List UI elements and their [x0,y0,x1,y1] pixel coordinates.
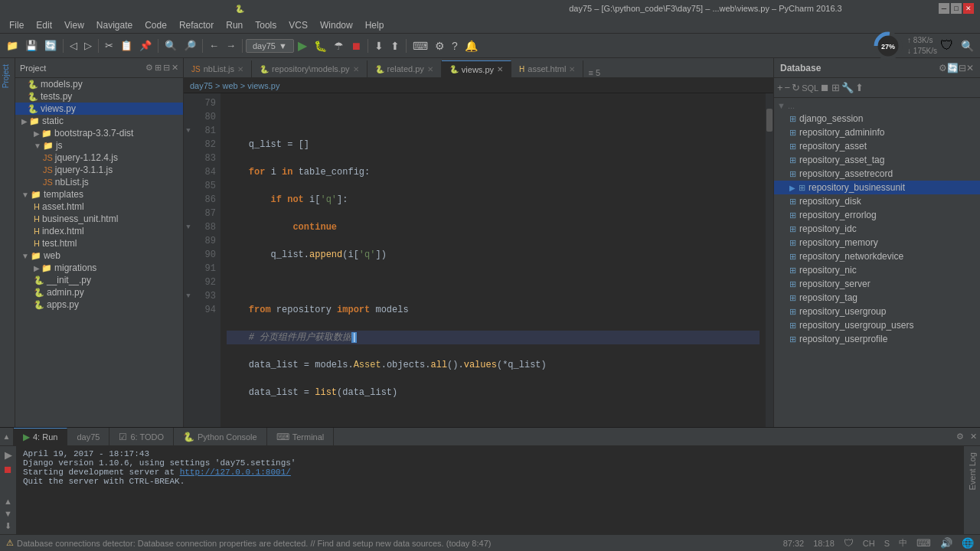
db-collapse-button[interactable]: ⊟ [959,63,966,73]
tree-item-asset-html[interactable]: H asset.html [15,201,183,213]
tree-folder-bootstrap[interactable]: ▶ 📁 bootstrap-3.3.7-dist [15,127,183,139]
db-stop-button[interactable]: ⏹ [820,82,830,93]
hide-sidebar-icon[interactable]: ✕ [172,63,178,73]
undo-button[interactable]: ◁ [67,38,80,53]
db-refresh-button[interactable]: 🔄 [947,63,959,73]
tree-item-apps[interactable]: 🐍 apps.py [15,298,183,311]
menu-help[interactable]: Help [359,18,390,32]
tree-item-admin[interactable]: 🐍 admin.py [15,286,183,298]
help-toolbar-button[interactable]: ? [449,38,461,54]
antivirus-icon[interactable]: 🛡 [940,37,954,54]
tab-run-name[interactable]: day75 [67,428,109,446]
db-item-asset[interactable]: ⊞ repository_asset [774,139,980,153]
menu-navigate[interactable]: Navigate [90,18,139,32]
tab-repository-models[interactable]: 🐍 repository\models.py ✕ [252,60,368,77]
run-config-selector[interactable]: day75 ▼ [246,39,294,53]
menu-edit[interactable]: Edit [30,18,58,32]
db-table-view-button[interactable]: ⊞ [831,82,840,93]
settings-button[interactable]: ⚙ [432,38,448,54]
db-item-idc[interactable]: ⊞ repository_idc [774,222,980,236]
db-item-admininfo[interactable]: ⊞ repository_admininfo [774,126,980,139]
db-item-assetrecord[interactable]: ⊞ repository_assetrecord [774,167,980,181]
db-item-memory[interactable]: ⊞ repository_memory [774,236,980,249]
db-remove-button[interactable]: − [785,82,791,93]
close-button[interactable]: ✕ [963,3,974,14]
db-item-django-session[interactable]: ⊞ django_session [774,112,980,126]
db-item-networkdevice[interactable]: ⊞ repository_networkdevice [774,249,980,263]
db-item-server[interactable]: ⊞ repository_server [774,277,980,291]
coverage-button[interactable]: ☂ [331,38,347,54]
tree-folder-static[interactable]: ▶ 📁 static [15,115,183,127]
tab-nblist-close[interactable]: ✕ [237,65,243,73]
tree-item-jquery1[interactable]: JS jquery-1.12.4.js [15,152,183,164]
db-sql-button[interactable]: SQL [802,83,818,93]
menu-vcs[interactable]: VCS [283,18,314,32]
collapse-icon[interactable]: ⊟ [163,63,170,73]
tree-item-jquery3[interactable]: JS jquery-3.1.1.js [15,164,183,176]
menu-tools[interactable]: Tools [249,18,283,32]
tree-item-nblist[interactable]: JS nbList.js [15,176,183,188]
tree-item-index-html[interactable]: H index.html [15,225,183,237]
stop-run-button[interactable]: ⏹ [3,464,13,475]
tree-folder-web[interactable]: ▼ 📁 web [15,249,183,262]
tab-related-close[interactable]: ✕ [427,65,433,73]
restart-button[interactable]: ▶ [5,449,12,461]
menu-refactor[interactable]: Refactor [173,18,220,32]
terminal-button[interactable]: ⌨ [410,38,431,54]
menu-run[interactable]: Run [220,18,249,32]
chevron-up-icon[interactable]: ▲ [3,432,11,441]
menu-view[interactable]: View [58,18,90,32]
tree-item-init[interactable]: 🐍 __init__.py [15,274,183,286]
event-log-button[interactable]: 🔔 [462,38,481,54]
db-sync-button[interactable]: ↻ [792,82,800,93]
debug-button[interactable]: 🐛 [311,38,330,54]
forward-button[interactable]: → [223,38,239,53]
maximize-button[interactable]: □ [951,3,962,14]
tree-item-tests[interactable]: 🐍 tests.py [15,90,183,103]
tab-asset-html[interactable]: H asset.html ✕ [511,60,583,77]
stop-button[interactable]: ⏹ [348,38,364,54]
network-icon[interactable]: 🌐 [962,537,974,549]
scroll-down-button[interactable]: ▼ [4,509,12,518]
ime-icon[interactable]: S [884,539,890,548]
vcs-commit-button[interactable]: ⬆ [387,38,403,54]
scroll-end-button[interactable]: ⬇ [5,521,11,531]
back-button[interactable]: ← [206,38,222,53]
find-usages-button[interactable]: 🔎 [181,38,199,53]
speaker-icon[interactable]: 🔊 [940,537,952,549]
project-view-button[interactable]: 📁 [3,38,21,53]
db-item-disk[interactable]: ⊞ repository_disk [774,194,980,208]
cut-button[interactable]: ✂ [102,38,116,53]
settings-gear-icon[interactable]: ⚙ [145,63,153,73]
tree-folder-templates[interactable]: ▼ 📁 templates [15,188,183,201]
tab-views-close[interactable]: ✕ [497,65,503,73]
db-item-businessunit[interactable]: ▶ ⊞ repository_businessunit [774,181,980,194]
menu-window[interactable]: Window [314,18,359,32]
copy-button[interactable]: 📋 [117,38,136,53]
tab-asset-close[interactable]: ✕ [569,65,575,73]
tree-item-models[interactable]: 🐍 models.py [15,78,183,90]
tree-folder-migrations[interactable]: ▶ 📁 migrations [15,262,183,274]
search-button[interactable]: 🔍 [162,38,180,53]
code-content[interactable]: q_list = [] for i in table_config: if no… [220,93,766,427]
menu-code[interactable]: Code [139,18,173,32]
code-editor[interactable]: ▼ ▼ ▼ 79 80 [184,93,773,427]
event-log-tab[interactable]: Event Log [968,449,977,494]
cpu-gauge[interactable]: 27% [872,30,904,62]
chinese-icon[interactable]: 中 [899,537,907,549]
db-item-asset-tag[interactable]: ⊞ repository_asset_tag [774,153,980,167]
tab-views[interactable]: 🐍 views.py ✕ [442,60,511,77]
tab-related[interactable]: 🐍 related.py ✕ [368,60,442,77]
db-settings-button[interactable]: ⚙ [939,63,947,73]
save-button[interactable]: 💾 [22,38,41,53]
db-add-button[interactable]: + [777,82,783,93]
tab-python-console[interactable]: 🐍 Python Console [174,428,267,446]
vcs-update-button[interactable]: ⬇ [371,38,387,54]
menu-file[interactable]: File [3,18,30,32]
tree-folder-js[interactable]: ▼ 📁 js [15,139,183,152]
bottom-panel-close[interactable]: ✕ [967,432,980,442]
scroll-up-button[interactable]: ▲ [4,497,12,506]
tab-run[interactable]: ▶ 4: Run [14,428,67,446]
tab-repo-models-close[interactable]: ✕ [353,65,359,73]
tree-item-business-html[interactable]: H business_unit.html [15,213,183,225]
